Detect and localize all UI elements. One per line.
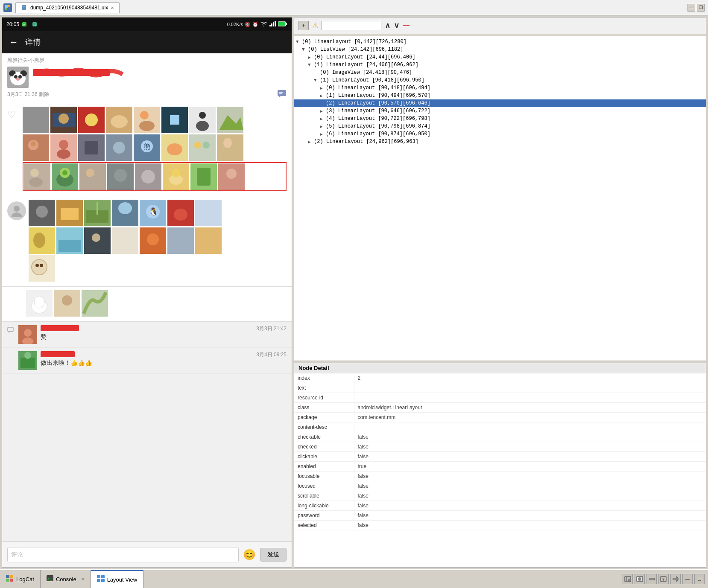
svg-point-95 <box>118 202 132 214</box>
tree-toolbar: + ⚠ ∧ ∨ — <box>294 17 706 34</box>
tree-arrow-3 <box>308 62 314 67</box>
tree-item-3[interactable]: (1) LinearLayout [24,406][696,962] <box>294 61 706 69</box>
br-icon-1[interactable] <box>623 574 633 584</box>
svg-point-74 <box>86 169 94 177</box>
search-input[interactable] <box>322 21 381 30</box>
restore-button[interactable]: ❐ <box>697 4 705 12</box>
battery-icon <box>278 21 287 27</box>
tree-item-1[interactable]: (0) ListView [24,142][696,1182] <box>294 46 706 53</box>
comment-input[interactable]: 评论 <box>7 547 239 562</box>
app-bar-title: 详情 <box>25 37 41 47</box>
svg-rect-143 <box>626 577 627 581</box>
svg-point-50 <box>59 140 68 149</box>
br-icon-2[interactable] <box>635 574 645 584</box>
tree-label-1: (0) ListView [24,142][696,1182] <box>308 47 403 52</box>
svg-rect-138 <box>97 575 100 578</box>
likes-and-photos: ♡ <box>7 107 287 192</box>
svg-rect-14 <box>275 21 276 26</box>
br-icon-4[interactable]: ▼ <box>658 574 669 584</box>
tree-arrow-6 <box>320 85 326 91</box>
svg-marker-148 <box>654 578 655 580</box>
svg-point-146 <box>638 577 641 581</box>
emoji-button[interactable]: 😊 <box>243 549 256 561</box>
br-icon-minimize[interactable]: — <box>682 574 693 584</box>
svg-rect-112 <box>167 227 194 254</box>
svg-rect-4 <box>23 6 25 6</box>
tree-item-7[interactable]: (1) LinearLayout [90,494][696,570] <box>294 92 706 99</box>
svg-point-34 <box>85 114 98 126</box>
photo-cell <box>195 227 222 254</box>
photo-cell <box>189 134 216 161</box>
layout-view-icon <box>97 575 105 584</box>
detail-value-1 <box>354 383 706 393</box>
signal-icon <box>269 21 276 27</box>
logcat-label: LogCat <box>16 576 34 582</box>
detail-key-14: password <box>294 511 354 521</box>
minimize-button[interactable]: — <box>688 4 695 12</box>
svg-text:熊: 熊 <box>144 143 151 150</box>
detail-value-3: android.widget.LinearLayout <box>354 403 706 413</box>
single-photo-row <box>2 287 292 322</box>
prev-button[interactable]: ∧ <box>385 21 390 30</box>
tab-close-button[interactable]: ✕ <box>111 6 114 10</box>
tree-arrow-0 <box>296 39 302 44</box>
detail-key-15: selected <box>294 521 354 530</box>
tab-logcat[interactable]: LogCat <box>0 570 41 588</box>
send-button[interactable]: 发送 <box>260 548 287 562</box>
tab-console[interactable]: >_ Console ✕ <box>41 570 91 588</box>
tree-item-11[interactable]: (5) LinearLayout [90,798][696,874] <box>294 122 706 130</box>
tree-item-8[interactable]: (2) LinearLayout [90,570][696,646] <box>294 99 706 107</box>
tree-item-6[interactable]: (0) LinearLayout [90,418][696,494] <box>294 84 706 92</box>
comment-with-avatar <box>7 67 287 88</box>
detail-key-13: long-clickable <box>294 501 354 511</box>
svg-point-44 <box>196 121 209 131</box>
svg-rect-1 <box>8 5 10 7</box>
bottom-right-toolbar: ▼ — □ <box>623 570 708 588</box>
commenter-1-avatar <box>18 325 37 344</box>
tree-item-12[interactable]: (6) LinearLayout [90,874][696,950] <box>294 130 706 138</box>
br-icon-5[interactable] <box>670 574 681 584</box>
tree-view[interactable]: (0) LinearLayout [0,142][726,1280] (0) L… <box>294 36 706 361</box>
br-icon-3[interactable] <box>647 574 657 584</box>
tree-item-4[interactable]: (0) ImageView [24,418][90,476] <box>294 69 706 76</box>
console-close[interactable]: ✕ <box>81 576 85 582</box>
file-tab[interactable]: dump_402105019048854948​1.uix ✕ <box>15 2 120 13</box>
photo-row-4: 🐧 <box>29 200 287 226</box>
speech-bubble-icon <box>7 327 15 335</box>
app-icon <box>3 3 12 12</box>
svg-point-81 <box>172 169 180 177</box>
tree-item-0[interactable]: (0) LinearLayout [0,142][726,1280] <box>294 38 706 46</box>
tab-layout-view[interactable]: Layout View <box>91 570 144 588</box>
comment-meta-row: 3月3日 21:36 删除 <box>7 90 287 99</box>
tree-label-7: (1) LinearLayout [90,494][696,570] <box>326 93 430 99</box>
br-icon-maximize[interactable]: □ <box>694 574 705 584</box>
tree-label-8: (2) LinearLayout [90,570][696,646] <box>326 100 430 106</box>
svg-rect-16 <box>286 23 287 25</box>
scroll-area[interactable]: 黑炭行关·小黑炭 <box>2 53 292 567</box>
photo-cell <box>56 227 83 254</box>
svg-text:>_: >_ <box>47 576 52 581</box>
tree-label-11: (5) LinearLayout [90,798][696,874] <box>326 123 430 129</box>
svg-point-48 <box>31 141 36 146</box>
photos-container: 熊 <box>23 107 287 192</box>
tree-item-10[interactable]: (4) LinearLayout [90,722][696,798] <box>294 115 706 122</box>
detail-value-13: false <box>354 501 706 511</box>
photo-cell <box>217 107 243 133</box>
back-button[interactable]: ← <box>9 37 18 48</box>
comment-1-text: 赞 <box>41 333 287 341</box>
tree-item-2[interactable]: (0) LinearLayout [24,44][696,406] <box>294 53 706 61</box>
tree-item-9[interactable]: (3) LinearLayout [90,646][696,722] <box>294 107 706 115</box>
collapse-button[interactable]: — <box>403 22 410 29</box>
tree-label-5: (1) LinearLayout [90,418][696,950] <box>320 77 424 83</box>
add-node-button[interactable]: + <box>298 21 309 30</box>
photo-grid-section: ♡ <box>2 103 292 196</box>
detail-value-15: false <box>354 521 706 530</box>
tree-item-13[interactable]: (2) LinearLayout [24,962][696,963] <box>294 138 706 146</box>
svg-point-67 <box>30 169 39 177</box>
layout-view-label: Layout View <box>107 576 138 583</box>
tree-item-5[interactable]: (1) LinearLayout [90,418][696,950] <box>294 76 706 84</box>
next-button[interactable]: ∨ <box>394 21 399 30</box>
title-bar: dump_402105019048854948​1.uix ✕ — ❐ <box>0 0 708 15</box>
photo-cell <box>23 107 49 133</box>
photo-row-5 <box>29 227 287 254</box>
